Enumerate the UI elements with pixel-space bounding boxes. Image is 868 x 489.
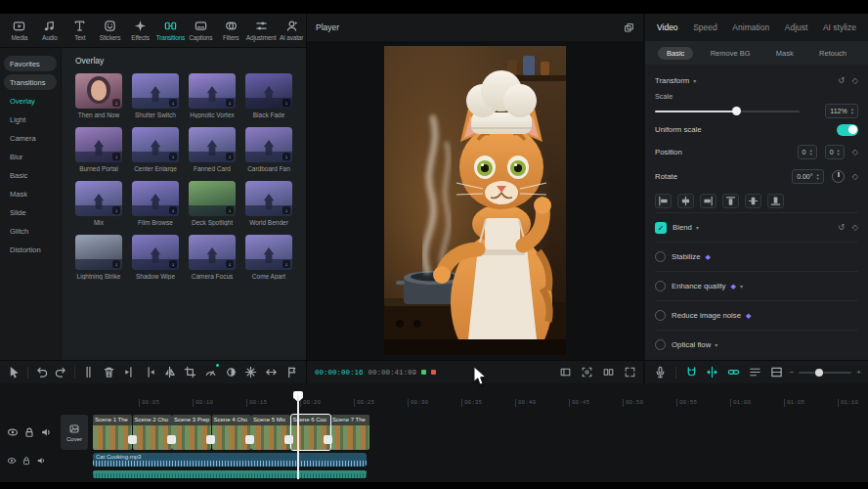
transition-item[interactable]: ↓Hypnotic Vortex [189, 73, 236, 118]
display-ratio-icon[interactable] [560, 367, 571, 378]
subtab-remove-bg[interactable]: Remove BG [702, 47, 760, 60]
transition-item[interactable]: ↓Fanned Card [189, 127, 236, 172]
sidebar-item-slide[interactable]: Slide [4, 204, 57, 220]
transition-item[interactable]: ↓Then and Now [75, 73, 122, 118]
zoom-slider[interactable] [799, 372, 851, 374]
transition-item[interactable]: ↓Shutter Switch [132, 73, 179, 118]
transition-item[interactable]: ↓Center Enlarge [132, 127, 179, 172]
zoom-slider-handle[interactable] [815, 369, 823, 377]
preview-stage[interactable] [307, 41, 643, 360]
sidebar-item-glitch[interactable]: Glitch [4, 223, 57, 239]
align-middle-v-icon[interactable] [745, 194, 761, 208]
audio-clip[interactable]: Cat Cooking.mp3 [93, 453, 367, 467]
align-top-icon[interactable] [722, 194, 739, 208]
mask-tool-icon[interactable] [222, 363, 240, 381]
transition-thumbnail[interactable]: ↓ [75, 73, 122, 109]
track-lock-icon[interactable] [23, 426, 35, 438]
keyframe-icon[interactable]: ◇ [852, 76, 858, 85]
enhance-quality-row[interactable]: Enhance quality ◆ ▾ [655, 271, 858, 300]
sidebar-item-basic[interactable]: Basic [4, 167, 57, 183]
transition-item[interactable]: ↓World Bender [245, 181, 292, 226]
marker-icon[interactable] [282, 363, 301, 381]
timeline-clip[interactable]: Scene 4 Cho [212, 415, 251, 450]
align-bottom-icon[interactable] [767, 194, 784, 208]
stepper-down-icon[interactable]: ▾ [817, 177, 819, 181]
timeline-clip[interactable]: Scene 1 The [93, 415, 132, 450]
keyframe-icon[interactable]: ◇ [852, 148, 858, 156]
fullscreen-icon[interactable] [625, 367, 635, 378]
speed-icon[interactable] [201, 363, 220, 381]
stepper-down-icon[interactable]: ▾ [851, 111, 853, 115]
video-preview[interactable] [384, 46, 566, 355]
rotate-value-stepper[interactable]: 0.00° ▴▾ [792, 169, 824, 184]
track-hide-icon[interactable] [7, 426, 19, 438]
module-transitions[interactable]: Transitions [155, 16, 185, 45]
module-media[interactable]: Media [5, 16, 34, 45]
delete-icon[interactable] [100, 363, 118, 381]
transition-thumbnail[interactable]: ↓ [132, 235, 179, 270]
transition-item[interactable]: ↓Shadow Wipe [132, 235, 179, 280]
transition-thumbnail[interactable]: ↓ [189, 181, 236, 216]
redo-icon[interactable] [53, 363, 71, 381]
rotate-dial-icon[interactable] [832, 170, 845, 183]
tab-adjust[interactable]: Adjust [785, 22, 808, 32]
transition-thumbnail[interactable]: ↓ [132, 73, 179, 109]
transition-item[interactable]: ↓Mix [75, 181, 122, 226]
stepper-down-icon[interactable]: ▾ [809, 153, 811, 156]
transition-thumbnail[interactable]: ↓ [189, 235, 236, 270]
track-hide-icon[interactable] [7, 456, 17, 466]
snapshot-icon[interactable] [582, 367, 592, 378]
mirror-preview-icon[interactable] [603, 367, 614, 378]
reverse-icon[interactable] [262, 363, 281, 381]
sidebar-item-light[interactable]: Light [4, 111, 57, 127]
tab-ai-stylize[interactable]: AI stylize [823, 22, 856, 32]
split-icon[interactable] [79, 363, 98, 381]
transition-item[interactable]: ↓Come Apart [245, 235, 292, 280]
transition-thumbnail[interactable]: ↓ [132, 181, 179, 216]
transition-item[interactable]: ↓Camera Focus [189, 235, 236, 280]
scale-slider-handle[interactable] [732, 107, 741, 115]
track-mute-icon[interactable] [40, 426, 52, 438]
magnet-icon[interactable] [683, 363, 700, 381]
transition-thumbnail[interactable]: ↓ [189, 127, 236, 162]
adjust-view-icon[interactable] [768, 363, 785, 381]
align-center-h-icon[interactable] [677, 194, 694, 208]
detach-player-icon[interactable] [624, 22, 634, 33]
module-adjustment[interactable]: Adjustment [246, 16, 276, 45]
sidebar-item-transitions[interactable]: Transitions [4, 74, 57, 90]
cover-button[interactable]: Cover [61, 415, 88, 450]
zoom-in-icon[interactable]: + [856, 368, 861, 377]
checkbox-checked-icon[interactable]: ✓ [655, 222, 667, 234]
module-stickers[interactable]: Stickers [96, 16, 125, 45]
timeline-clip[interactable]: Scene 5 Mix [251, 415, 290, 450]
transition-thumbnail[interactable]: ↓ [132, 127, 179, 162]
transition-thumbnail[interactable]: ↓ [75, 235, 122, 270]
subtab-basic[interactable]: Basic [658, 47, 693, 60]
timeline-clip[interactable]: Scene 2 Cho [133, 415, 172, 450]
microphone-icon[interactable] [652, 363, 669, 381]
reset-icon[interactable]: ↺ [838, 76, 845, 85]
sidebar-item-camera[interactable]: Camera [4, 130, 57, 146]
scale-value-stepper[interactable]: 112% ▴▾ [825, 104, 858, 118]
transition-thumbnail[interactable]: ↓ [75, 127, 122, 162]
position-x-stepper[interactable]: 0 ▴▾ [798, 145, 817, 159]
module-effects[interactable]: Effects [126, 16, 155, 45]
transform-section-header[interactable]: Transform ▾ ↺ ◇ [655, 70, 858, 90]
sidebar-item-distortion[interactable]: Distortion [4, 242, 57, 257]
sidebar-item-overlay[interactable]: Overlay [4, 93, 57, 109]
mirror-icon[interactable] [160, 363, 179, 381]
transition-item[interactable]: ↓Black Fade [245, 73, 292, 118]
trim-right-icon[interactable] [141, 363, 159, 381]
tab-animation[interactable]: Animation [732, 22, 769, 32]
sidebar-item-favorites[interactable]: Favorites [4, 56, 57, 71]
transition-marker-icon[interactable] [324, 435, 332, 444]
module-audio[interactable]: Audio [35, 16, 65, 45]
timeline-clip[interactable]: Scene 7 The [330, 415, 369, 450]
stepper-down-icon[interactable]: ▾ [838, 153, 840, 156]
transition-thumbnail[interactable]: ↓ [189, 73, 236, 109]
module-captions[interactable]: Captions [186, 16, 215, 45]
sidebar-item-blur[interactable]: Blur [4, 149, 57, 164]
timeline-panel[interactable]: 00:05 00:10 00:15 00:20 00:25 00:30 00:3… [0, 383, 868, 482]
transition-item[interactable]: ↓Cardboard Fan [245, 127, 292, 172]
timeline-clip[interactable]: Scene 3 Prep [172, 415, 211, 450]
